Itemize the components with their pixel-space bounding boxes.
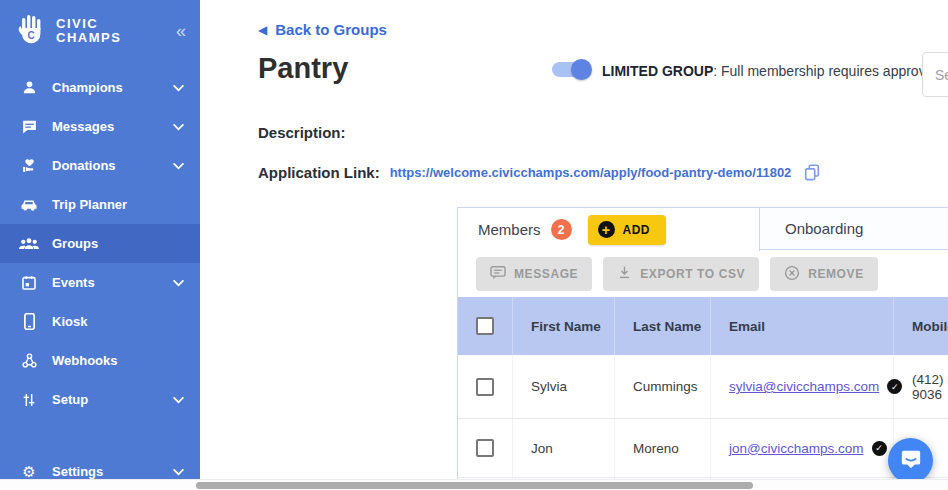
cell-mobile: (412) 385-9036 ✓ (894, 355, 948, 418)
sidebar-item-messages[interactable]: Messages (0, 107, 200, 146)
main-content: ◀ Back to Groups Pantry LIMITED GROUP: F… (200, 0, 948, 490)
remove-button[interactable]: REMOVE (770, 257, 878, 291)
application-link-row: Application Link: https://welcome.civicc… (258, 163, 821, 181)
webhook-icon (18, 352, 40, 369)
sidebar-item-label: Trip Planner (52, 197, 127, 212)
message-button-label: MESSAGE (514, 267, 578, 281)
remove-circle-icon (784, 265, 800, 284)
download-icon (617, 265, 632, 283)
application-link-label: Application Link: (258, 164, 380, 181)
cell-email: sylvia@civicchamps.com ✓ (711, 355, 894, 418)
sidebar-item-label: Donations (52, 158, 116, 173)
page-title: Pantry (258, 52, 348, 85)
chevron-down-icon (173, 275, 184, 290)
tab-members[interactable]: Members 2 + ADD (457, 207, 760, 251)
calendar-icon (18, 275, 40, 291)
table-row: Jon Moreno jon@civicchamps.com ✓ - - 06/… (458, 419, 948, 478)
limited-group-bold: LIMITED GROUP (602, 63, 713, 79)
cell-first-name: Sylvia (513, 355, 615, 418)
members-toolbar: MESSAGE EXPORT TO CSV (458, 251, 948, 297)
gear-icon: ⚙ (18, 463, 40, 481)
mobile-number: (412) 385-9036 (912, 372, 948, 402)
sidebar-item-webhooks[interactable]: Webhooks (0, 341, 200, 380)
sidebar-item-groups[interactable]: Groups (0, 224, 200, 263)
back-to-groups-link[interactable]: ◀ Back to Groups (258, 21, 387, 38)
limited-group-text: LIMITED GROUP: Full membership requires … (602, 63, 940, 79)
export-button-label: EXPORT TO CSV (640, 267, 745, 281)
sidebar-item-label: Settings (52, 464, 103, 479)
sidebar-item-label: Webhooks (52, 353, 118, 368)
members-panel: MESSAGE EXPORT TO CSV (457, 251, 948, 480)
select-all-checkbox[interactable] (476, 317, 494, 335)
logo: C CIVIC CHAMPS « (0, 0, 200, 60)
row-checkbox[interactable] (476, 378, 494, 396)
cell-last-name: Moreno (615, 419, 711, 477)
kiosk-icon (18, 313, 40, 330)
tab-onboarding-label: Onboarding (785, 220, 863, 237)
limited-group-rest: : Full membership requires approval. (713, 63, 940, 79)
logo-text: CIVIC CHAMPS (56, 17, 121, 45)
email-link[interactable]: sylvia@civicchamps.com (729, 379, 879, 394)
cell-first-name: Jon (513, 419, 615, 477)
sidebar-item-label: Champions (52, 80, 123, 95)
sidebar-item-label: Messages (52, 119, 114, 134)
back-arrow-icon: ◀ (258, 23, 267, 37)
sidebar-item-setup[interactable]: Setup (0, 380, 200, 419)
search-input[interactable] (923, 67, 948, 83)
plus-icon: + (598, 221, 615, 238)
sidebar-item-label: Kiosk (52, 314, 87, 329)
svg-text:C: C (28, 30, 35, 41)
table-header-row: First Name Last Name Email Mobile Home J… (458, 297, 948, 355)
add-button-label: ADD (623, 223, 651, 237)
header-cell-first-name: First Name (513, 297, 615, 355)
application-link-url[interactable]: https://welcome.civicchamps.com/apply/fo… (390, 165, 792, 180)
sidebar-item-label: Setup (52, 392, 88, 407)
car-icon (18, 197, 40, 213)
chevron-down-icon (173, 119, 184, 134)
members-count-badge: 2 (551, 219, 572, 240)
header-cell-select (458, 297, 513, 355)
sidebar-collapse-icon[interactable]: « (176, 22, 186, 40)
chevron-down-icon (173, 464, 184, 479)
header-cell-last-name: Last Name (615, 297, 711, 355)
limited-group-toggle[interactable] (552, 62, 590, 77)
export-to-csv-button[interactable]: EXPORT TO CSV (603, 257, 759, 291)
sidebar-item-events[interactable]: Events (0, 263, 200, 302)
scrollbar-thumb[interactable] (196, 482, 753, 489)
chevron-down-icon (173, 392, 184, 407)
tab-onboarding[interactable]: Onboarding (759, 207, 948, 250)
copy-icon[interactable] (803, 163, 821, 181)
message-button[interactable]: MESSAGE (476, 257, 592, 291)
add-member-button[interactable]: + ADD (588, 215, 667, 245)
app-window: C CIVIC CHAMPS « Champions (0, 0, 948, 490)
sidebar-nav: Champions Messages (0, 68, 200, 419)
sidebar-item-kiosk[interactable]: Kiosk (0, 302, 200, 341)
sidebar: C CIVIC CHAMPS « Champions (0, 0, 200, 490)
sidebar-item-champions[interactable]: Champions (0, 68, 200, 107)
description-label: Description: (258, 124, 346, 141)
person-icon (18, 79, 40, 96)
search-box (922, 52, 948, 97)
back-link-label: Back to Groups (275, 21, 387, 38)
groups-icon (18, 237, 40, 251)
chat-bubble-icon (900, 448, 922, 474)
chevron-down-icon (173, 80, 184, 95)
header-cell-mobile: Mobile (894, 297, 948, 355)
chat-messenger-button[interactable] (888, 438, 933, 483)
donation-icon (18, 157, 40, 174)
civic-champs-hand-icon: C (16, 12, 48, 50)
horizontal-scrollbar (0, 479, 948, 490)
row-checkbox[interactable] (476, 439, 494, 457)
email-link[interactable]: jon@civicchamps.com (729, 441, 864, 456)
toggle-knob (571, 59, 592, 80)
message-icon (18, 118, 40, 135)
table-row: Sylvia Cummings sylvia@civicchamps.com ✓… (458, 355, 948, 419)
cell-email: jon@civicchamps.com ✓ (711, 419, 894, 477)
remove-button-label: REMOVE (808, 267, 864, 281)
sidebar-item-label: Events (52, 275, 95, 290)
sidebar-item-donations[interactable]: Donations (0, 146, 200, 185)
members-table: First Name Last Name Email Mobile Home J… (458, 297, 948, 480)
sidebar-item-trip-planner[interactable]: Trip Planner (0, 185, 200, 224)
header-cell-email: Email (711, 297, 894, 355)
chevron-down-icon (173, 158, 184, 173)
